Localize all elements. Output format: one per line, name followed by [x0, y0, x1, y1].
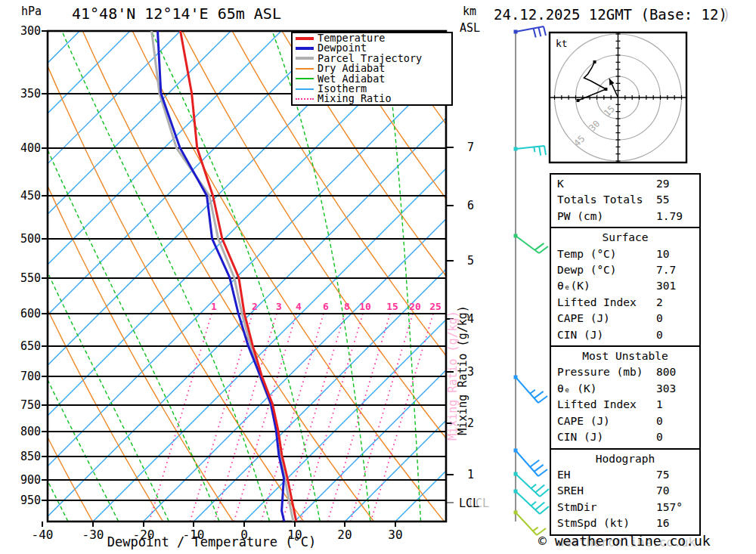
- table-row: StmDir157°: [551, 500, 699, 515]
- table-row: CAPE (J)0: [551, 311, 699, 327]
- height-axis-unit-km: km: [463, 5, 476, 18]
- wind-barb-column: [514, 26, 550, 535]
- pressure-tick-label: 800: [9, 425, 41, 438]
- pressure-tick-label: 300: [9, 24, 41, 38]
- table-row: Dewp (°C)7.7: [551, 262, 699, 278]
- legend-swatch-dry-adiabat: [296, 68, 314, 70]
- table-row-value: 75: [656, 467, 669, 483]
- table-row-label: Dewp (°C): [557, 264, 617, 276]
- table-row-value: 10: [656, 246, 669, 262]
- table-row: Lifted Index1: [551, 397, 699, 413]
- wind-barb: [514, 146, 547, 156]
- pressure-tick-label: 850: [9, 450, 41, 463]
- legend-row: Temperature: [293, 33, 451, 43]
- table-row: Lifted Index2: [551, 295, 699, 311]
- indices-table-most-unstable: Most UnstablePressure (mb)800θₑ (K)303Li…: [550, 345, 701, 449]
- table-row: SREH70: [551, 483, 699, 499]
- wind-barb: [514, 449, 548, 477]
- indices-table-surface: SurfaceTemp (°C)10Dewp (°C)7.7θₑ(K)301Li…: [550, 227, 701, 347]
- legend-box: TemperatureDewpointParcel TrajectoryDry …: [291, 32, 453, 106]
- table-row-label: θₑ (K): [557, 382, 596, 395]
- table-row: K29: [551, 176, 699, 192]
- table-header: Most Unstable: [551, 348, 699, 364]
- skewt-sounding-page: 153045 hPa 41°48'N 12°14'E 65m ASL km AS…: [0, 0, 756, 554]
- indices-table-hodograph: HodographEH75SREH70StmDir157°StmSpd (kt)…: [550, 448, 701, 536]
- table-row-value: 16: [656, 515, 669, 531]
- pressure-tick-label: 600: [9, 307, 41, 320]
- pressure-tick-label: 650: [9, 339, 41, 353]
- table-row-label: StmDir: [557, 501, 596, 513]
- temperature-tick-label: -20: [121, 528, 166, 542]
- legend-swatch-mixing-ratio: [296, 98, 314, 100]
- table-row-value: 70: [656, 483, 669, 499]
- wind-barb: [514, 472, 550, 497]
- table-row-value: 1.79: [656, 209, 683, 224]
- table-row-label: θₑ(K): [557, 280, 590, 292]
- pressure-tick-label: 700: [9, 370, 41, 383]
- legend-swatch-isotherm: [296, 88, 314, 90]
- table-row-label: EH: [557, 469, 570, 481]
- table-row-value: 800: [656, 364, 676, 380]
- pressure-tick-label: 950: [9, 494, 41, 507]
- table-row-value: 0: [656, 327, 663, 343]
- table-row-label: Totals Totals: [557, 193, 643, 206]
- table-header: Surface: [551, 230, 699, 246]
- table-row: θₑ(K)301: [551, 278, 699, 294]
- legend-swatch-parcel-trajectory: [296, 57, 314, 60]
- temperature-tick-label: -30: [70, 528, 116, 542]
- pressure-tick-label: 350: [9, 87, 41, 101]
- table-row-label: StmSpd (kt): [557, 517, 630, 529]
- table-row-label: Temp (°C): [557, 248, 617, 260]
- table-row: CIN (J)0: [551, 429, 699, 445]
- table-row-label: SREH: [557, 484, 584, 497]
- pressure-tick-label: 750: [9, 398, 41, 412]
- temperature-tick-label: 10: [272, 528, 318, 542]
- legend-row: Mixing Ratio: [293, 94, 451, 104]
- pressure-tick-label: 550: [9, 271, 41, 285]
- table-row-label: Lifted Index: [557, 296, 637, 308]
- mixing-ratio-value-label: 15: [381, 301, 404, 312]
- table-row: PW (cm)1.79: [551, 209, 699, 224]
- copyright-text: © weatheronline.co.uk: [538, 533, 711, 549]
- mixing-ratio-value-label: 4: [287, 301, 310, 312]
- km-tick-label: 1: [467, 468, 474, 481]
- table-row: StmSpd (kt)16: [551, 515, 699, 531]
- wind-barb: [514, 26, 547, 38]
- table-row-value: 1: [656, 397, 663, 413]
- height-axis-unit-asl: ASL: [460, 21, 480, 35]
- hodograph-panel: 153045: [550, 32, 686, 162]
- table-row: Totals Totals55: [551, 192, 699, 208]
- table-row-value: 0: [656, 413, 663, 429]
- table-row-value: 157°: [656, 500, 683, 515]
- mixing-ratio-value-label: 25: [424, 301, 447, 312]
- mixing-ratio-axis-title: Mixing Ratio (g/kg): [456, 305, 469, 435]
- lcl-marker-label: LCL: [459, 497, 479, 510]
- table-row-value: 55: [656, 192, 669, 208]
- table-row-value: 29: [656, 176, 669, 192]
- legend-row: Wet Adiabat: [293, 74, 451, 84]
- table-row: EH75: [551, 467, 699, 483]
- table-row-label: K: [557, 178, 564, 190]
- mixing-ratio-value-label: 10: [354, 301, 376, 312]
- temperature-tick-label: -10: [171, 528, 216, 542]
- pressure-tick-label: 450: [9, 189, 41, 203]
- legend-swatch-wet-adiabat: [296, 78, 314, 79]
- table-header: Hodograph: [551, 451, 699, 467]
- temperature-tick-label: 30: [373, 528, 418, 542]
- legend-swatch-temperature: [296, 37, 314, 40]
- mixing-ratio-grid: [150, 314, 434, 522]
- pressure-axis-unit: hPa: [21, 5, 42, 18]
- table-row-value: 303: [656, 381, 676, 397]
- table-row-label: CAPE (J): [557, 415, 610, 427]
- km-tick-label: 7: [467, 141, 474, 154]
- table-row-value: 301: [656, 278, 676, 294]
- pressure-tick-label: 500: [9, 232, 41, 246]
- table-row: θₑ (K)303: [551, 381, 699, 397]
- wind-barb: [514, 234, 549, 254]
- table-row-value: 7.7: [656, 262, 676, 278]
- table-row-label: CIN (J): [557, 431, 603, 443]
- run-date-title: 24.12.2025 12GMT (Base: 12): [494, 6, 727, 23]
- station-title: 41°48'N 12°14'E 65m ASL: [72, 5, 281, 23]
- table-row-value: 0: [656, 429, 663, 445]
- legend-label: Mixing Ratio: [318, 94, 392, 104]
